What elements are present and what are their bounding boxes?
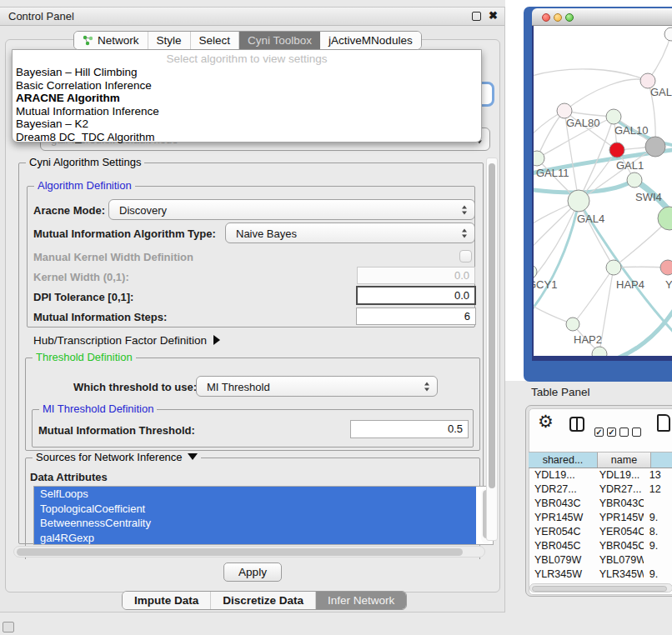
settings-vertical-scrollbar-thumb[interactable]: [489, 163, 495, 488]
tab-impute-data[interactable]: Impute Data: [123, 592, 211, 609]
dock-window-icon[interactable]: [3, 622, 14, 632]
tab-style[interactable]: Style: [148, 32, 191, 49]
close-icon[interactable]: ✖: [489, 9, 498, 22]
network-window-titlebar[interactable]: [532, 8, 672, 26]
apply-button[interactable]: Apply: [223, 562, 282, 582]
attribute-item-topologicalcoefficient[interactable]: TopologicalCoefficient: [34, 502, 476, 517]
dropdown-item-bayesian-k2[interactable]: Bayesian – K2: [16, 118, 478, 131]
network-node-swi4[interactable]: [627, 172, 642, 188]
combo-arrows-icon: [462, 228, 468, 238]
mi-algorithm-type-value: Naive Bayes: [236, 227, 297, 239]
dropdown-item-dream8-dc-tdc-algorithm[interactable]: Dream8 DC_TDC Algorithm: [16, 131, 478, 144]
group-title-sources[interactable]: Sources for Network Inference: [33, 451, 201, 463]
table-row[interactable]: YLR345WYLR345W9.: [529, 568, 672, 582]
network-node-gcy1[interactable]: [534, 265, 537, 278]
close-traffic-light-icon[interactable]: [542, 13, 550, 22]
settings-horizontal-scrollbar[interactable]: [13, 546, 485, 558]
tab-cyni-toolbox[interactable]: Cyni Toolbox: [239, 32, 320, 49]
float-window-icon[interactable]: [472, 12, 481, 21]
table-panel: ⚙ ✓ ✓ shared...nameA YDL19...YDL19...13Y…: [525, 405, 672, 597]
combo-arrows-icon: [462, 205, 468, 214]
column-header-shared[interactable]: shared...: [529, 452, 598, 468]
table-cell: 8.: [644, 525, 672, 539]
network-node-label: HAP4: [616, 278, 644, 291]
mi-algorithm-type-combobox[interactable]: Naive Bayes: [225, 222, 475, 243]
network-node-hap2[interactable]: [566, 318, 579, 331]
columns-icon[interactable]: [569, 417, 584, 432]
document-icon[interactable]: [657, 414, 670, 432]
attribute-item-gal4rgexp[interactable]: gal4RGexp: [34, 531, 476, 546]
hub-definition-toggle[interactable]: Hub/Transcription Factor Definition: [33, 334, 220, 347]
aracne-mode-combobox[interactable]: Discovery: [108, 199, 475, 220]
network-icon: [83, 35, 93, 46]
column-header-name[interactable]: name: [598, 452, 651, 468]
table-row[interactable]: YBR045CYBR045C9.: [529, 539, 672, 553]
manual-kernel-width-label: Manual Kernel Width Definition: [33, 251, 193, 263]
network-node[interactable]: [664, 28, 672, 41]
dropdown-item-mutual-information-inference[interactable]: Mutual Information Inference: [16, 105, 478, 118]
tab-jactivemnodules[interactable]: jActiveMNodules: [320, 32, 421, 49]
table-horizontal-scrollbar-thumb[interactable]: [532, 586, 667, 592]
attribute-item-selfloops[interactable]: SelfLoops: [34, 487, 476, 502]
table-row[interactable]: YDR27...YDR27...12: [529, 482, 672, 497]
dpi-tolerance-field[interactable]: 0.0: [356, 286, 476, 305]
group-title-threshold-definition: Threshold Definition: [33, 351, 136, 363]
table-cell: YDL19...: [529, 468, 594, 482]
control-panel-title: Control Panel: [8, 10, 74, 22]
mi-threshold-field[interactable]: 0.5: [350, 420, 469, 438]
table-cell: YBL079W: [529, 553, 594, 568]
table-cell: YBL079W: [594, 553, 644, 568]
table-cell: 12: [644, 482, 672, 497]
tab-network[interactable]: Network: [74, 32, 148, 49]
network-node-gal11[interactable]: [534, 151, 544, 166]
table-row[interactable]: YER054CYER054C8.: [529, 525, 672, 539]
tab-label: jActiveMNodules: [328, 34, 413, 47]
checked-checkbox-icon[interactable]: ✓: [594, 428, 604, 437]
mi-steps-field[interactable]: 6: [356, 308, 476, 325]
network-node-gal10[interactable]: [606, 109, 621, 124]
dropdown-item-aracne-algorithm[interactable]: ARACNE Algorithm: [16, 92, 478, 105]
table-cell: YER054C: [529, 525, 594, 539]
network-window: GALGAL80GAL10GAL1GAL11SWI4GAL4GCY1HAP4YH…: [524, 7, 672, 382]
table-row[interactable]: YBR043CYBR043C: [529, 497, 672, 511]
table-row[interactable]: YBL079WYBL079W: [529, 553, 672, 568]
kernel-width-field[interactable]: 0.0: [357, 267, 475, 284]
unchecked-checkbox-icon[interactable]: [619, 428, 629, 437]
network-node[interactable]: [645, 137, 665, 157]
manual-kernel-width-checkbox[interactable]: [459, 250, 472, 262]
attribute-item-betweennesscentrality[interactable]: BetweennessCentrality: [34, 516, 476, 531]
cyni-settings-panel: Cyni Algorithm Settings Algorithm Defini…: [12, 152, 504, 559]
combo-arrows-icon: [424, 382, 430, 391]
table-cell: YPR145W: [529, 511, 594, 525]
dropdown-item-bayesian-hill-climbing[interactable]: Bayesian – Hill Climbing: [16, 66, 478, 79]
tab-select[interactable]: Select: [191, 32, 240, 49]
data-attributes-list: SelfLoopsTopologicalCoefficientBetweenne…: [33, 486, 494, 545]
network-node[interactable]: [658, 207, 672, 230]
network-canvas[interactable]: GALGAL80GAL10GAL1GAL11SWI4GAL4GCY1HAP4YH…: [532, 26, 672, 361]
group-title-mi-threshold-definition: MI Threshold Definition: [39, 402, 157, 415]
zoom-traffic-light-icon[interactable]: [565, 13, 574, 22]
network-node-y[interactable]: [660, 260, 672, 275]
table-row[interactable]: YDL19...YDL19...13: [529, 468, 672, 482]
settings-horizontal-scrollbar-thumb[interactable]: [17, 548, 463, 556]
network-node-gal4[interactable]: [568, 190, 589, 212]
table-cell: YBR043C: [529, 497, 594, 511]
tab-discretize-data[interactable]: Discretize Data: [211, 592, 316, 609]
table-cell: [644, 553, 672, 568]
column-header-a[interactable]: A: [651, 452, 672, 468]
network-node-label: GAL4: [577, 212, 604, 225]
table-horizontal-scrollbar[interactable]: [529, 583, 672, 592]
tab-label: Network: [98, 34, 139, 47]
tab-label: Cyni Toolbox: [248, 34, 312, 47]
dropdown-item-basic-correlation-inference[interactable]: Basic Correlation Inference: [16, 79, 478, 92]
table-row[interactable]: YPR145WYPR145W9.: [529, 511, 672, 525]
tab-infer-network[interactable]: Infer Network: [316, 592, 406, 609]
settings-vertical-scrollbar[interactable]: [486, 158, 498, 541]
network-node-gal1[interactable]: [609, 142, 624, 158]
unchecked-checkbox-icon[interactable]: [632, 428, 641, 437]
which-threshold-combobox[interactable]: MI Threshold: [196, 376, 438, 397]
checked-checkbox-icon[interactable]: ✓: [607, 428, 616, 437]
gear-icon[interactable]: ⚙: [538, 412, 554, 432]
network-node-hap4[interactable]: [606, 260, 621, 275]
minimize-traffic-light-icon[interactable]: [554, 13, 562, 22]
